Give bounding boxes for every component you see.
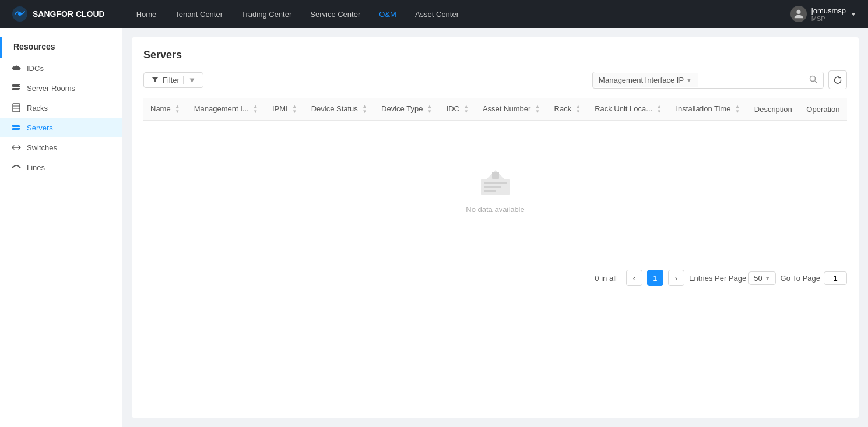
search-button[interactable] (803, 72, 823, 88)
sort-asset-number[interactable]: ▲▼ (535, 104, 540, 114)
sidebar-label-lines: Lines (27, 163, 45, 172)
table-header-row: Name ▲▼ Management I... ▲▼ IPMI ▲▼ (143, 98, 847, 121)
user-menu[interactable]: jomusmsp MSP ▼ (790, 6, 856, 22)
sidebar-item-idcs[interactable]: IDCs (0, 58, 122, 78)
svg-rect-18 (484, 182, 507, 184)
rack-icon (12, 103, 21, 112)
entries-dropdown[interactable]: 50 ▼ (748, 271, 775, 285)
prev-page-button[interactable]: ‹ (626, 270, 642, 286)
left-sidebar: Resources IDCs Server Rooms Racks Server (0, 28, 122, 427)
sidebar-label-switches: Switches (27, 143, 57, 152)
sort-rack-unit[interactable]: ▲▼ (657, 104, 662, 114)
svg-point-14 (19, 167, 21, 168)
sort-name[interactable]: ▲▼ (175, 104, 180, 114)
nav-trading-center[interactable]: Trading Center (233, 6, 300, 22)
svg-point-1 (18, 12, 22, 16)
sidebar-item-switches[interactable]: Switches (0, 137, 122, 157)
svg-rect-20 (484, 190, 496, 192)
search-select-label[interactable]: Management Interface IP ▼ (593, 73, 698, 87)
sort-idc[interactable]: ▲▼ (464, 104, 469, 114)
svg-rect-21 (492, 172, 499, 179)
svg-point-11 (19, 125, 20, 126)
sort-install-time[interactable]: ▲▼ (735, 104, 740, 114)
next-page-button[interactable]: › (668, 270, 684, 286)
svg-rect-19 (484, 186, 501, 188)
toolbar-right: Management Interface IP ▼ (592, 70, 847, 89)
sort-device-type[interactable]: ▲▼ (427, 104, 432, 114)
col-install-time[interactable]: Installation Time ▲▼ (669, 98, 747, 121)
col-rack[interactable]: Rack ▲▼ (547, 98, 588, 121)
filter-dropdown-arrow[interactable]: ▼ (183, 76, 196, 84)
entries-per-page: Entries Per Page 50 ▼ (689, 271, 776, 285)
toolbar-left: Filter ▼ (143, 72, 203, 88)
refresh-icon (834, 76, 842, 84)
main-layout: Resources IDCs Server Rooms Racks Server (0, 28, 868, 427)
page-1-button[interactable]: 1 (647, 270, 663, 286)
search-select: Management Interface IP ▼ (592, 72, 824, 89)
svg-rect-6 (13, 104, 20, 112)
sidebar-item-servers[interactable]: Servers (0, 118, 122, 137)
cloud-icon (12, 63, 21, 73)
col-operation: Operation (799, 98, 847, 121)
svg-point-4 (19, 85, 20, 86)
search-input[interactable] (698, 73, 803, 87)
sort-ipmi[interactable]: ▲▼ (292, 104, 297, 114)
entries-dropdown-arrow[interactable]: ▼ (765, 275, 771, 281)
refresh-button[interactable] (828, 70, 847, 89)
svg-point-15 (810, 76, 816, 81)
nav-tenant-center[interactable]: Tenant Center (167, 6, 231, 22)
sidebar-label-racks: Racks (27, 104, 48, 112)
total-count: 0 in all (595, 274, 617, 283)
sort-mgmt-ip[interactable]: ▲▼ (253, 104, 258, 114)
page-title: Servers (143, 49, 847, 61)
col-name[interactable]: Name ▲▼ (143, 98, 187, 121)
user-info: jomusmsp MSP (811, 6, 846, 22)
col-mgmt-ip[interactable]: Management I... ▲▼ (187, 98, 265, 121)
server-icon (12, 123, 21, 132)
svg-line-16 (815, 81, 817, 83)
pagination: 0 in all ‹ 1 › Entries Per Page 50 ▼ Go … (143, 270, 847, 286)
col-idc[interactable]: IDC ▲▼ (440, 98, 476, 121)
sidebar-item-lines[interactable]: Lines (0, 157, 122, 177)
col-asset-number[interactable]: Asset Number ▲▼ (476, 98, 547, 121)
sidebar-label-servers: Servers (27, 123, 53, 132)
col-device-type[interactable]: Device Type ▲▼ (374, 98, 440, 121)
goto-input[interactable] (824, 271, 847, 285)
search-icon (809, 75, 817, 83)
svg-point-12 (19, 129, 20, 130)
col-ipmi[interactable]: IPMI ▲▼ (265, 98, 304, 121)
sidebar-item-server-rooms[interactable]: Server Rooms (0, 78, 122, 98)
brand-logo[interactable]: SANGFOR CLOUD (12, 6, 105, 22)
nav-home[interactable]: Home (128, 6, 165, 22)
filter-icon (151, 76, 159, 84)
empty-text: No data available (466, 205, 524, 214)
filter-label: Filter (163, 76, 180, 84)
svg-point-5 (19, 89, 20, 90)
svg-point-13 (12, 167, 14, 168)
table-wrapper: Name ▲▼ Management I... ▲▼ IPMI ▲▼ (143, 98, 847, 260)
goto-page: Go To Page (781, 271, 847, 285)
user-dropdown-icon[interactable]: ▼ (851, 11, 856, 17)
sidebar-section-title: Resources (0, 37, 122, 58)
sidebar-label-server-rooms: Server Rooms (27, 84, 75, 93)
nav-om[interactable]: O&M (371, 6, 405, 22)
goto-label: Go To Page (781, 274, 820, 283)
nav-asset-center[interactable]: Asset Center (407, 6, 467, 22)
col-rack-unit[interactable]: Rack Unit Loca... ▲▼ (588, 98, 669, 121)
col-description: Description (747, 98, 800, 121)
sort-rack[interactable]: ▲▼ (576, 104, 581, 114)
col-device-status[interactable]: Device Status ▲▼ (304, 98, 374, 121)
nav-items: Home Tenant Center Trading Center Servic… (128, 6, 790, 22)
search-select-arrow[interactable]: ▼ (686, 77, 692, 83)
sort-device-status[interactable]: ▲▼ (362, 104, 367, 114)
empty-icon (478, 167, 513, 198)
sidebar-item-racks[interactable]: Racks (0, 98, 122, 118)
main-content: Servers Filter ▼ Management Interface IP… (122, 28, 868, 427)
nav-service-center[interactable]: Service Center (302, 6, 368, 22)
servers-table: Name ▲▼ Management I... ▲▼ IPMI ▲▼ (143, 98, 847, 121)
content-card: Servers Filter ▼ Management Interface IP… (132, 37, 859, 418)
entries-label: Entries Per Page (689, 274, 746, 283)
filter-button[interactable]: Filter ▼ (143, 72, 203, 88)
sidebar-label-idcs: IDCs (27, 64, 44, 73)
toolbar: Filter ▼ Management Interface IP ▼ (143, 70, 847, 89)
